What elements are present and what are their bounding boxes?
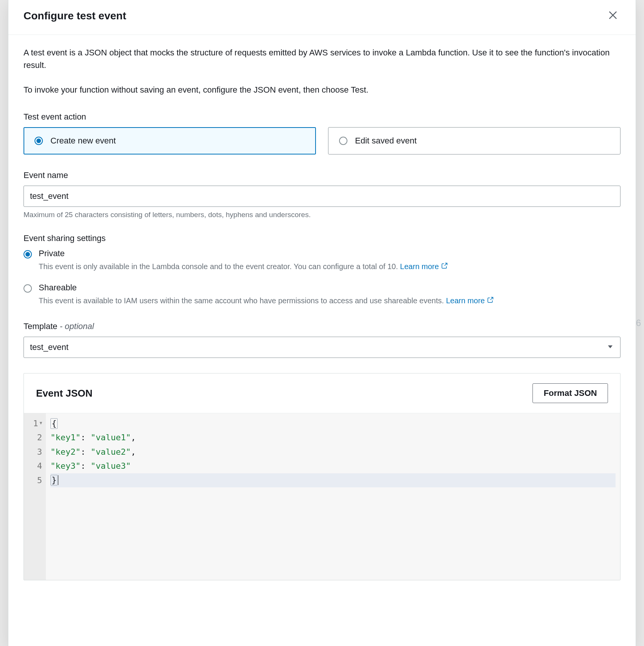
sharing-option-content: Shareable This event is available to IAM…: [39, 283, 494, 306]
line-number: 3: [37, 445, 42, 459]
code-line: }: [50, 473, 616, 487]
tile-label: Create new event: [50, 136, 116, 146]
radio-checked-icon: [24, 250, 32, 258]
modal-body: A test event is a JSON object that mocks…: [8, 35, 636, 646]
editor-code-area[interactable]: { "key1": "value1", "key2": "value2", "k…: [46, 413, 620, 580]
editor-cursor: [58, 475, 58, 485]
template-label: Template - optional: [24, 321, 620, 331]
code-line: "key1": "value1",: [50, 430, 616, 444]
sharing-option-shareable[interactable]: Shareable This event is available to IAM…: [24, 283, 620, 306]
gutter-line: 1▼: [26, 416, 42, 430]
gutter-line: 3: [26, 445, 42, 459]
close-icon: [608, 10, 618, 22]
code-line: "key2": "value2",: [50, 445, 616, 459]
code-line: "key3": "value3": [50, 459, 616, 473]
sharing-option-title: Shareable: [39, 283, 494, 293]
learn-more-link[interactable]: Learn more: [446, 295, 494, 306]
line-number: 2: [37, 430, 42, 444]
sharing-settings-label: Event sharing settings: [24, 233, 620, 243]
radio-checked-icon: [35, 137, 43, 145]
json-editor[interactable]: 1▼ 2 3 4 5 { "key1": "value1", "key2": "…: [24, 413, 620, 580]
fold-icon[interactable]: ▼: [39, 420, 42, 427]
gutter-line: 2: [26, 430, 42, 444]
json-panel-header: Event JSON Format JSON: [24, 373, 620, 413]
test-event-action-label: Test event action: [24, 112, 620, 122]
sharing-option-desc: This event is only available in the Lamb…: [39, 261, 448, 272]
tile-edit-saved-event[interactable]: Edit saved event: [328, 127, 620, 154]
gutter-line: 5: [26, 473, 42, 487]
sharing-option-content: Private This event is only available in …: [39, 249, 448, 272]
external-link-icon: [441, 261, 448, 272]
learn-more-link[interactable]: Learn more: [400, 261, 448, 272]
template-select[interactable]: test_event: [24, 337, 620, 358]
intro-paragraph-2: To invoke your function without saving a…: [24, 84, 620, 96]
event-json-panel: Event JSON Format JSON 1▼ 2 3 4 5 { "key…: [24, 373, 620, 580]
radio-unchecked-icon: [339, 137, 347, 145]
test-event-action-tiles: Create new event Edit saved event: [24, 127, 620, 154]
line-number: 4: [37, 459, 42, 473]
json-panel-title: Event JSON: [36, 388, 93, 399]
learn-more-text: Learn more: [400, 261, 439, 272]
tile-create-new-event[interactable]: Create new event: [24, 127, 316, 154]
sharing-option-desc: This event is available to IAM users wit…: [39, 295, 494, 306]
sharing-option-title: Private: [39, 249, 448, 258]
code-line: {: [50, 416, 616, 430]
line-number: 1: [33, 416, 38, 430]
line-number: 5: [37, 473, 42, 487]
template-label-text: Template: [24, 321, 57, 331]
template-optional-suffix: - optional: [57, 321, 94, 331]
event-name-help: Maximum of 25 characters consisting of l…: [24, 211, 620, 219]
format-json-button[interactable]: Format JSON: [532, 383, 608, 403]
modal-header: Configure test event: [8, 0, 636, 35]
template-select-value: test_event: [24, 337, 620, 358]
event-name-label: Event name: [24, 170, 620, 180]
sharing-option-desc-text: This event is available to IAM users wit…: [39, 296, 446, 305]
close-button[interactable]: [605, 8, 620, 24]
sharing-option-desc-text: This event is only available in the Lamb…: [39, 262, 400, 271]
tile-label: Edit saved event: [355, 136, 417, 146]
gutter-line: 4: [26, 459, 42, 473]
sharing-radio-list: Private This event is only available in …: [24, 249, 620, 306]
external-link-icon: [487, 295, 494, 306]
modal-title: Configure test event: [24, 10, 126, 22]
configure-test-event-modal: Configure test event A test event is a J…: [8, 0, 636, 646]
intro-paragraph-1: A test event is a JSON object that mocks…: [24, 46, 620, 71]
radio-unchecked-icon: [24, 284, 32, 293]
learn-more-text: Learn more: [446, 295, 485, 306]
sharing-option-private[interactable]: Private This event is only available in …: [24, 249, 620, 272]
event-name-input[interactable]: [24, 186, 620, 207]
editor-gutter: 1▼ 2 3 4 5: [24, 413, 46, 580]
